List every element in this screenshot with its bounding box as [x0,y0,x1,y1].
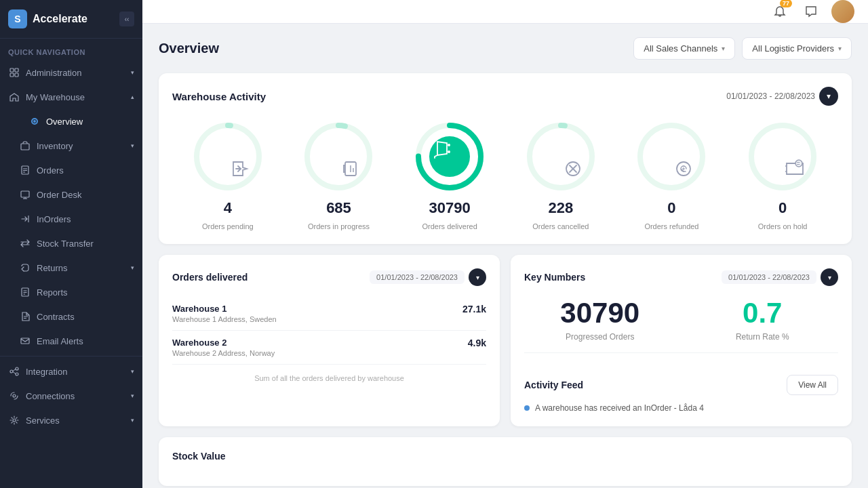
key-numbers-date: 01/01/2023 - 22/08/2023 [722,270,816,284]
orders-delivered-date: 01/01/2023 - 22/08/2023 [370,270,465,284]
key-numbers-grid: 30790 Progressed Orders 0.7 Return Rate … [524,297,838,342]
warehouse-row: Warehouse 1 Warehouse 1 Address, Sweden … [172,297,486,331]
sidebar-item-orders[interactable]: Orders [0,158,142,182]
sidebar-item-connections[interactable]: Connections ▾ [0,384,142,408]
return-rate-number: 0.7 [687,297,839,329]
topbar: 77 [142,0,868,24]
orders-delivered-card: Orders delivered 01/01/2023 - 22/08/2023… [159,255,500,426]
inorders-icon [19,213,31,225]
email-icon [19,335,31,347]
svg-point-22 [16,367,18,370]
sidebar-item-label: Stock Transfer [37,239,94,249]
warehouse-1-address: Warehouse 1 Address, Sweden [172,315,277,323]
warehouse-1-name: Warehouse 1 [172,304,277,314]
svg-rect-0 [10,68,14,72]
sidebar-item-inventory[interactable]: Inventory ▾ [0,134,142,158]
sidebar-item-label: Orders [37,165,64,176]
svg-point-23 [16,373,18,375]
sidebar-item-services[interactable]: Services ▾ [0,408,142,432]
sidebar-item-label: Returns [37,263,68,273]
orders-icon [19,164,31,176]
refunded-label: Orders refunded [644,222,698,230]
pending-number: 4 [224,199,232,217]
warehouse-icon [8,91,20,103]
sidebar-item-label: Order Desk [37,190,81,200]
date-toggle-button[interactable]: ▾ [819,87,838,106]
svg-rect-20 [21,338,29,344]
chevron-down-icon: ▾ [838,45,842,52]
svg-point-26 [13,394,16,397]
svg-point-50 [795,160,802,167]
bottom-grid: Orders delivered 01/01/2023 - 22/08/2023… [159,255,852,426]
sidebar-item-order-desk[interactable]: Order Desk [0,182,142,207]
connections-icon [8,390,20,402]
svg-point-5 [33,120,36,123]
stat-cancelled: 228 Orders cancelled [524,119,598,230]
sidebar-item-integration[interactable]: Integration ▾ [0,359,142,384]
sidebar-item-inorders[interactable]: InOrders [0,207,142,231]
chevron-down-icon: ▾ [131,69,134,76]
activity-feed-title: Activity Feed [524,380,583,390]
sidebar-item-label: Integration [26,367,67,377]
sidebar: S Accelerate ‹‹ Quick Navigation Adminis… [0,0,142,488]
chevron-down-icon: ▾ [131,417,134,424]
svg-line-24 [13,369,16,371]
stock-value-title: Stock Value [172,451,226,462]
chevron-down-icon: ▾ [722,45,725,52]
page-header: Overview All Sales Channels ▾ All Logist… [159,37,852,60]
sidebar-item-stock-transfer[interactable]: Stock Transfer [0,231,142,256]
delivered-number: 30790 [429,199,471,217]
sidebar-item-label: Administration [26,68,81,78]
sidebar-item-contracts[interactable]: Contracts [0,304,142,329]
sidebar-item-label: Services [26,415,60,426]
in-progress-label: Orders in progress [308,222,370,230]
sidebar-item-returns[interactable]: Returns ▾ [0,256,142,280]
view-all-button[interactable]: View All [787,375,838,395]
stat-refunded: 0 Orders refunded [634,119,709,230]
sidebar-item-email-alerts[interactable]: Email Alerts [0,329,142,353]
logistic-providers-filter[interactable]: All Logistic Providers ▾ [742,37,852,60]
stock-transfer-icon [19,237,31,249]
sales-channels-filter[interactable]: All Sales Channels ▾ [633,37,735,60]
sidebar-item-reports[interactable]: Reports [0,280,142,304]
sidebar-item-overview[interactable]: Overview [0,109,142,134]
notifications-button[interactable]: 77 [769,1,791,22]
svg-point-38 [448,150,450,153]
quick-nav-label: Quick Navigation [0,39,142,60]
orders-delivered-title: Orders delivered [172,272,248,283]
warehouse-2-name: Warehouse 2 [172,338,275,348]
svg-point-21 [10,370,13,373]
stat-on-hold: 0 Orders on hold [745,119,820,230]
right-column: Key Numbers 01/01/2023 - 22/08/2023 ▾ 30… [511,255,852,426]
sidebar-item-label: Inventory [37,141,73,151]
chat-button[interactable] [800,1,822,22]
on-hold-label: Orders on hold [758,222,808,230]
activity-feed-header: Activity Feed View All [524,375,838,395]
key-numbers-toggle[interactable]: ▾ [821,268,838,286]
chevron-up-icon: ▴ [131,94,134,100]
progressed-orders-stat: 30790 Progressed Orders [524,297,676,342]
page-title: Overview [159,41,219,56]
cancelled-number: 228 [548,199,573,217]
svg-rect-2 [10,73,14,77]
reports-icon [19,286,31,298]
progressed-orders-label: Progressed Orders [524,332,676,342]
sidebar-item-administration[interactable]: Administration ▾ [0,60,142,85]
sidebar-item-label: Email Alerts [37,336,83,346]
stat-delivered: 30790 Orders delivered [412,119,487,230]
warehouse-2-count: 4.9k [468,338,486,348]
sidebar-item-my-warehouse[interactable]: My Warehouse ▴ [0,85,142,109]
content-area: Overview All Sales Channels ▾ All Logist… [142,24,868,488]
warehouse-row: Warehouse 2 Warehouse 2 Address, Norway … [172,331,486,365]
sidebar-collapse-button[interactable]: ‹‹ [119,12,134,26]
integration-icon [8,365,20,378]
inventory-icon [19,140,31,152]
return-rate-label: Return Rate % [687,332,839,342]
return-rate-stat: 0.7 Return Rate % [687,297,839,342]
returns-icon [19,262,31,274]
app-title: Accelerate [33,13,87,25]
stock-value-section: Stock Value [159,437,852,486]
progressed-orders-number: 30790 [524,297,676,329]
orders-delivered-toggle[interactable]: ▾ [469,268,486,286]
avatar[interactable] [831,0,854,23]
